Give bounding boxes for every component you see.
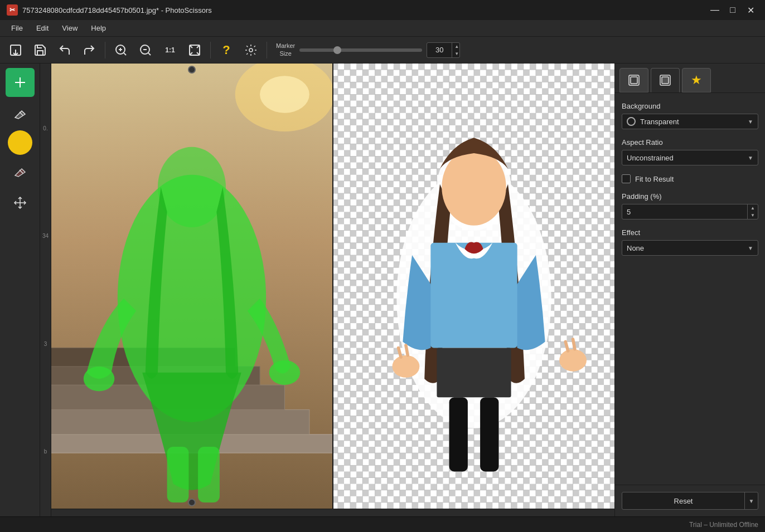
svg-point-53 [559,349,587,372]
reset-dropdown-button[interactable]: ▼ [744,492,758,509]
svg-point-22 [15,138,25,148]
svg-rect-49 [437,348,511,397]
marker-size-up[interactable]: ▲ [452,43,461,50]
marker-value-box: ▲ ▼ [427,42,460,58]
svg-point-10 [249,48,253,52]
title-bar: ✂ 7573248080cdfcdd718dd45457b0501.jpg* -… [0,0,765,20]
result-image-svg [333,64,614,509]
zoom-fit-button[interactable] [183,39,206,61]
fit-to-result-label[interactable]: Fit to Result [635,175,674,183]
aspect-ratio-dropdown[interactable]: Unconstrained ▼ [622,150,758,165]
aspect-ratio-section: Aspect Ratio Unconstrained ▼ [622,138,758,165]
zoom-actual-button[interactable]: 1:1 [159,39,181,61]
zoom-out-button[interactable] [134,39,157,61]
menu-bar: File Edit View Help [0,20,765,37]
canvas-area[interactable] [51,64,614,516]
marker-size-input[interactable] [427,43,452,57]
move-tool-button[interactable] [6,188,35,217]
svg-line-55 [406,345,408,355]
svg-point-36 [84,367,114,391]
svg-rect-59 [631,77,637,84]
fit-to-result-row: Fit to Result [622,174,758,183]
padding-label: Padding (%) [622,192,758,201]
padding-up-button[interactable]: ▲ [748,204,758,212]
svg-point-35 [158,147,226,227]
right-panel: ★ Background Transparent ▼ Aspect Ratio … [614,64,765,516]
undo-button[interactable] [54,39,76,61]
svg-rect-50 [449,397,468,471]
background-dropdown[interactable]: Transparent ▼ [622,114,758,129]
redo-button[interactable] [78,39,100,61]
marker-size-label: MarkerSize [276,42,295,57]
menu-view[interactable]: View [55,22,84,35]
right-panel-tabs: ★ [615,64,765,93]
zoom-in-button[interactable] [110,39,132,61]
help-button[interactable]: ? [215,39,238,61]
erase-background-button[interactable] [6,157,35,186]
menu-file[interactable]: File [4,22,30,35]
reset-section: Reset ▼ [615,485,765,516]
menu-help[interactable]: Help [84,22,113,35]
svg-line-17 [254,46,255,47]
svg-line-16 [254,53,255,54]
background-value: Transparent [640,118,748,126]
title-bar-left: ✂ 7573248080cdfcdd718dd45457b0501.jpg* -… [7,4,212,16]
result-image-panel[interactable] [333,64,614,509]
separator-1 [105,42,105,58]
add-foreground-button[interactable] [6,68,35,97]
marker-spin-buttons: ▲ ▼ [452,43,461,57]
svg-point-37 [269,360,300,385]
status-bar: Trial – Unlimited Offline [0,516,765,532]
separator-3 [267,42,267,58]
background-section: Background Transparent ▼ [622,102,758,129]
svg-rect-38 [167,447,189,502]
erase-foreground-button[interactable] [6,99,35,128]
close-button[interactable]: ✕ [743,2,758,18]
svg-rect-51 [480,397,498,471]
horizontal-scrollbar[interactable] [51,509,614,516]
effect-value: None [627,244,748,252]
tab-layers[interactable] [619,68,648,92]
title-text: 7573248080cdfcdd718dd45457b0501.jpg* - P… [22,6,212,14]
svg-line-15 [246,46,248,47]
effect-dropdown[interactable]: None ▼ [622,240,758,256]
padding-section: Padding (%) ▲ ▼ [622,192,758,219]
add-background-button[interactable] [8,130,32,155]
reset-button[interactable]: Reset [622,492,744,509]
y-label-2: 3 [44,341,47,347]
svg-line-3 [124,52,126,55]
marker-size-slider[interactable] [299,48,422,52]
main-layout: 0. 34 3 b [0,64,765,516]
original-image-panel[interactable] [51,64,333,509]
save-button[interactable] [29,39,51,61]
svg-line-57 [573,339,575,349]
menu-edit[interactable]: Edit [30,22,55,35]
svg-point-28 [260,76,309,113]
drag-handle-bottom[interactable] [188,499,196,506]
app-icon: ✂ [7,4,18,16]
padding-input[interactable] [622,204,747,219]
aspect-ratio-value: Unconstrained [627,154,748,162]
minimize-button[interactable]: — [707,2,723,18]
tab-output[interactable] [651,68,680,92]
separator-2 [210,42,211,58]
padding-input-row: ▲ ▼ [622,204,758,219]
marker-size-down[interactable]: ▼ [452,50,461,57]
svg-line-18 [246,53,248,54]
restore-button[interactable]: □ [725,2,740,18]
svg-rect-48 [430,243,517,348]
aspect-ratio-dropdown-arrow: ▼ [748,155,753,161]
fit-to-result-checkbox[interactable] [622,174,631,183]
drag-handle-top[interactable] [188,66,196,74]
effect-section: Effect None ▼ [622,228,758,256]
left-toolbar [0,64,40,516]
magic-button[interactable] [240,39,262,61]
original-image-svg [51,64,332,509]
tab-favorites[interactable]: ★ [682,68,711,92]
save-load-button[interactable] [4,39,27,61]
padding-down-button[interactable]: ▼ [748,212,758,219]
toolbar: 1:1 ? MarkerSize ▲ [0,37,765,64]
effect-label: Effect [622,228,758,237]
background-label: Background [622,102,758,110]
svg-point-52 [393,355,420,378]
